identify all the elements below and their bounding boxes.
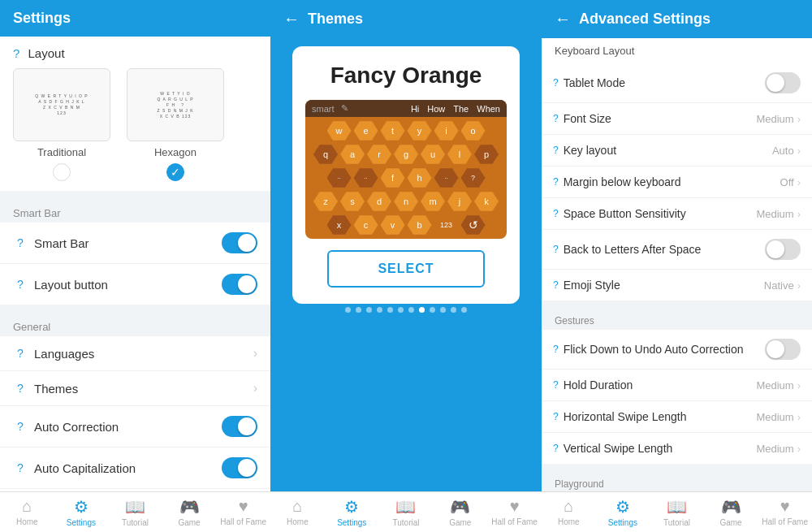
kb-key-o[interactable]: o (461, 120, 486, 141)
left-nav-settings[interactable]: ⚙ Settings (54, 497, 109, 527)
dot-9 (430, 307, 435, 313)
layout-radio-traditional[interactable] (53, 163, 71, 181)
tablet-mode-toggle[interactable] (765, 72, 801, 93)
general-section: ? Languages › ? Themes › ? Auto Correcti… (0, 336, 270, 491)
halloffame-label: Hall of Fame (220, 517, 266, 526)
kb-key-e[interactable]: e (354, 120, 378, 141)
kb-key-i[interactable]: i (434, 120, 459, 141)
emoji-style-row[interactable]: ? Emoji Style Native › (542, 270, 812, 301)
auto-cap-toggle[interactable] (222, 457, 257, 478)
kb-key-v[interactable]: v (381, 214, 405, 236)
right-panel-title: Advanced Settings (579, 11, 710, 28)
key-layout-help-icon: ? (553, 145, 559, 156)
right-panel-header: ← Advanced Settings (542, 0, 812, 38)
smart-bar-toggle[interactable] (222, 232, 257, 253)
left-nav-game[interactable]: 🎮 Game (162, 497, 217, 527)
mid-nav-tutorial[interactable]: 📖 Tutorial (379, 497, 434, 527)
kb-key-y[interactable]: y (408, 120, 432, 141)
dot-7 (408, 307, 414, 313)
auto-correction-toggle[interactable] (222, 416, 257, 437)
flick-down-toggle[interactable] (765, 339, 801, 360)
kb-key-k[interactable]: k (474, 191, 499, 212)
mid-nav-game[interactable]: 🎮 Game (433, 497, 487, 527)
left-nav-tutorial[interactable]: 📖 Tutorial (108, 497, 162, 527)
kb-key-dot1[interactable]: ·· (327, 167, 352, 188)
kb-key-x[interactable]: x (327, 214, 352, 236)
smart-bar-row: ? Smart Bar (0, 223, 270, 264)
right-nav-game[interactable]: 🎮 Game (704, 497, 758, 527)
layout-option-hexagon[interactable]: W E T Y I OQ A R G U L PF H ?Z S D N M J… (127, 68, 224, 181)
kb-key-r[interactable]: r (367, 144, 391, 165)
dot-4 (377, 307, 382, 313)
horiz-swipe-row[interactable]: ? Horizontal Swipe Length Medium › (542, 401, 812, 433)
kb-key-m[interactable]: m (421, 191, 445, 212)
right-game-icon: 🎮 (721, 497, 741, 517)
kb-key-question[interactable]: ? (461, 167, 486, 188)
kb-key-s[interactable]: s (340, 191, 365, 212)
layout-options: Q W E R T Y U I O PA S D F G H J K LZ X … (13, 68, 257, 181)
kb-key-l[interactable]: l (447, 144, 472, 165)
kb-key-123[interactable]: 123 (434, 214, 459, 236)
right-halloffame-icon: ♥ (780, 497, 790, 516)
mid-nav-home[interactable]: ⌂ Home (270, 497, 325, 527)
font-size-row[interactable]: ? Font Size Medium › (542, 103, 812, 135)
mid-nav-halloffame[interactable]: ♥ Hall of Fame (487, 497, 542, 527)
themes-row[interactable]: ? Themes › (0, 371, 270, 406)
layout-preview-hexagon: W E T Y I OQ A R G U L PF H ?Z S D N M J… (127, 68, 224, 141)
kb-key-t[interactable]: t (381, 120, 405, 141)
kb-key-z[interactable]: z (313, 191, 338, 212)
mid-game-icon: 🎮 (450, 497, 470, 517)
kb-key-return[interactable]: ↺ (461, 214, 486, 236)
left-nav-home[interactable]: ⌂ Home (0, 497, 54, 527)
kb-key-n[interactable]: n (394, 191, 418, 212)
kb-key-dot3[interactable]: ·· (434, 167, 459, 188)
pagination-dots (345, 307, 467, 313)
kb-key-g[interactable]: g (394, 144, 418, 165)
key-layout-row[interactable]: ? Key layout Auto › (542, 135, 812, 167)
languages-label: Languages (34, 347, 253, 361)
mid-game-label: Game (449, 518, 471, 527)
kb-key-dot2[interactable]: ·· (354, 167, 378, 188)
layout-button-toggle[interactable] (222, 274, 257, 295)
kb-key-w[interactable]: w (327, 120, 352, 141)
mid-halloffame-label: Hall of Fame (491, 517, 538, 526)
smart-bar-help-icon: ? (13, 236, 28, 249)
kb-key-j[interactable]: j (447, 191, 472, 212)
left-nav-halloffame[interactable]: ♥ Hall of Fame (216, 497, 270, 527)
right-back-arrow-icon[interactable]: ← (555, 10, 571, 28)
themes-label: Themes (34, 382, 253, 396)
languages-row[interactable]: ? Languages › (0, 336, 270, 371)
kb-key-d[interactable]: d (367, 191, 391, 212)
margin-below-row[interactable]: ? Margin below keyboard Off › (542, 167, 812, 198)
right-nav-halloffame[interactable]: ♥ Hall of Fame (758, 497, 812, 527)
kb-key-c[interactable]: c (354, 214, 378, 236)
kb-key-a[interactable]: a (340, 144, 365, 165)
kb-key-q[interactable]: q (313, 144, 338, 165)
layout-radio-hexagon[interactable]: ✓ (166, 163, 184, 181)
kb-key-b[interactable]: b (408, 214, 432, 236)
hold-duration-row[interactable]: ? Hold Duration Medium › (542, 370, 812, 401)
kb-key-h[interactable]: h (408, 167, 432, 188)
space-sensitivity-row[interactable]: ? Space Button Sensitivity Medium › (542, 198, 812, 230)
layout-name-hexagon: Hexagon (154, 146, 197, 158)
theme-card: Fancy Orange smart ✎ Hi How The When w (292, 46, 520, 304)
select-button[interactable]: SELECT (327, 250, 484, 288)
right-nav-settings[interactable]: ⚙ Settings (596, 497, 650, 527)
layout-option-traditional[interactable]: Q W E R T Y U I O PA S D F G H J K LZ X … (13, 68, 110, 181)
smart-bar-section-label: Smart Bar (0, 199, 270, 223)
mid-nav-settings[interactable]: ⚙ Settings (325, 497, 379, 527)
kb-key-u[interactable]: u (421, 144, 445, 165)
tutorial-label: Tutorial (122, 518, 149, 527)
right-nav-home[interactable]: ⌂ Home (542, 497, 596, 527)
vert-swipe-row[interactable]: ? Vertical Swipe Length Medium › (542, 433, 812, 464)
vert-swipe-help-icon: ? (553, 443, 559, 454)
back-letters-toggle[interactable] (765, 239, 801, 260)
right-tutorial-label: Tutorial (663, 518, 690, 527)
right-nav-tutorial[interactable]: 📖 Tutorial (650, 497, 704, 527)
space-sensitivity-value: Medium (756, 208, 793, 220)
mid-back-arrow-icon[interactable]: ← (283, 10, 300, 28)
settings-label: Settings (67, 518, 96, 527)
kb-key-f[interactable]: f (381, 167, 405, 188)
kb-key-p[interactable]: p (474, 144, 499, 165)
flick-down-row: ? Flick Down to Undo Auto Correction (542, 330, 812, 370)
